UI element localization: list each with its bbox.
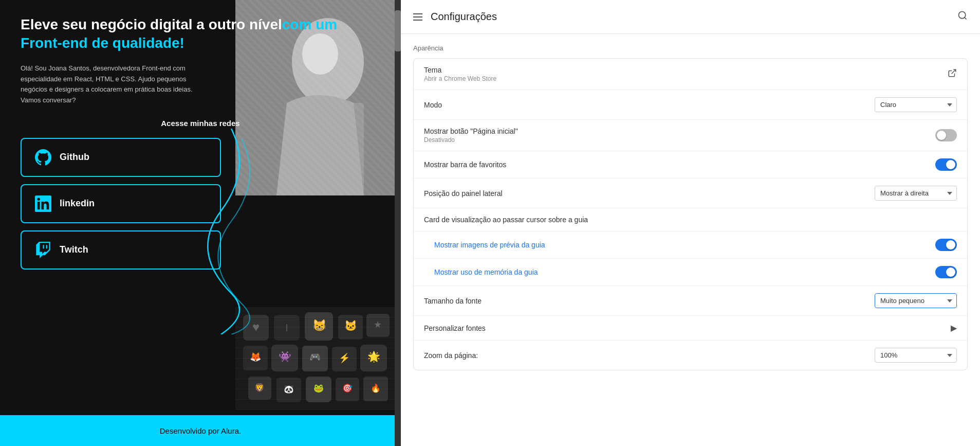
posicao-painel-label: Posição do painel lateral (424, 189, 503, 198)
svg-line-35 (965, 17, 967, 20)
pagina-inicial-label: Mostrar botão "Página inicial" (424, 127, 518, 135)
scrollbar[interactable] (395, 0, 401, 446)
external-link-icon[interactable] (948, 68, 957, 80)
setting-row-imagens-previa: Mostrar imagens de prévia da guia (414, 231, 967, 259)
github-button[interactable]: Github (21, 138, 221, 177)
personalizar-fontes-label: Personalizar fontes (424, 324, 486, 332)
twitch-icon (34, 241, 52, 259)
modo-label: Modo (424, 101, 442, 109)
barra-favoritos-track (935, 158, 957, 171)
pagina-inicial-sublabel: Desativado (424, 136, 518, 144)
uso-memoria-toggle[interactable] (935, 266, 957, 278)
tema-label-block: Tema Abrir a Chrome Web Store (424, 66, 496, 82)
setting-row-uso-memoria: Mostrar uso de memória da guia (414, 259, 967, 286)
barra-favoritos-label: Mostrar barra de favoritos (424, 160, 506, 169)
setting-row-card-visualizacao: Card de visualização ao passar cursor so… (414, 208, 967, 231)
modo-select[interactable]: Claro Escuro Padrão do sistema (875, 97, 957, 112)
settings-header: Configurações (401, 0, 980, 34)
settings-card: Tema Abrir a Chrome Web Store Modo Claro… (413, 58, 968, 370)
barra-favoritos-thumb (946, 160, 955, 169)
tamanho-fonte-label: Tamanho da fonte (424, 297, 482, 305)
setting-row-zoom: Zoom da página: 75% 90% 100% 110% 125% 1… (414, 341, 967, 370)
svg-line-36 (952, 69, 956, 74)
section-label: Aparência (413, 44, 968, 52)
zoom-select[interactable]: 75% 90% 100% 110% 125% 150% (875, 348, 957, 363)
scrollbar-thumb[interactable] (395, 10, 401, 51)
github-label: Github (60, 152, 89, 163)
hero-title-white: Eleve seu negócio digital a outro nível (21, 16, 282, 32)
settings-title: Configurações (431, 11, 949, 23)
posicao-painel-select[interactable]: Mostrar à direita Mostrar à esquerda (875, 186, 957, 201)
uso-memoria-label: Mostrar uso de memória da guia (434, 268, 538, 276)
hero-desc: Olá! Sou Joana Santos, desenvolvedora Fr… (21, 63, 211, 106)
svg-point-34 (959, 12, 966, 19)
setting-row-barra-favoritos: Mostrar barra de favoritos (414, 151, 967, 179)
pagina-inicial-label-block: Mostrar botão "Página inicial" Desativad… (424, 127, 518, 144)
uso-memoria-thumb (946, 267, 955, 277)
uso-memoria-track (935, 266, 957, 278)
imagens-previa-label: Mostrar imagens de prévia da guia (434, 241, 545, 249)
tamanho-fonte-select[interactable]: Muito pequeno Pequeno Médio Grande Muito… (875, 293, 957, 308)
card-visualizacao-label: Card de visualização ao passar cursor so… (424, 216, 588, 224)
right-panel: Configurações Aparência Tema Abrir a Chr… (401, 0, 980, 446)
hero-title: Eleve seu negócio digital a outro nívelc… (21, 15, 380, 53)
barra-favoritos-toggle[interactable] (935, 158, 957, 171)
search-icon[interactable] (957, 10, 968, 23)
imagens-previa-track (935, 239, 957, 251)
linkedin-label: linkedin (60, 198, 95, 209)
pagina-inicial-track (935, 129, 957, 141)
settings-section: Aparência Tema Abrir a Chrome Web Store (401, 34, 980, 381)
setting-row-modo: Modo Claro Escuro Padrão do sistema (414, 90, 967, 120)
menu-icon[interactable] (413, 13, 422, 21)
tema-sublabel[interactable]: Abrir a Chrome Web Store (424, 75, 496, 82)
setting-row-tema: Tema Abrir a Chrome Web Store (414, 59, 967, 90)
pagina-inicial-toggle[interactable] (935, 129, 957, 141)
twitch-label: Twitch (60, 244, 88, 255)
access-label: Acesse minhas redes (21, 119, 380, 128)
setting-row-personalizar-fontes[interactable]: Personalizar fontes ▶ (414, 316, 967, 341)
zoom-label: Zoom da página: (424, 351, 478, 360)
tema-label: Tema (424, 66, 496, 74)
imagens-previa-thumb (946, 240, 955, 249)
linkedin-icon (34, 194, 52, 213)
left-panel: Eleve seu negócio digital a outro nívelc… (0, 0, 401, 446)
setting-row-pagina-inicial: Mostrar botão "Página inicial" Desativad… (414, 120, 967, 151)
linkedin-button[interactable]: linkedin (21, 184, 221, 223)
imagens-previa-toggle[interactable] (935, 239, 957, 251)
chevron-right-icon: ▶ (951, 323, 957, 333)
setting-row-tamanho-fonte: Tamanho da fonte Muito pequeno Pequeno M… (414, 286, 967, 316)
twitch-button[interactable]: Twitch (21, 230, 221, 270)
social-buttons: Github linkedin Twitch (21, 138, 221, 270)
pagina-inicial-thumb (937, 131, 946, 140)
setting-row-posicao-painel: Posição do painel lateral Mostrar à dire… (414, 179, 967, 208)
github-icon (34, 148, 52, 167)
